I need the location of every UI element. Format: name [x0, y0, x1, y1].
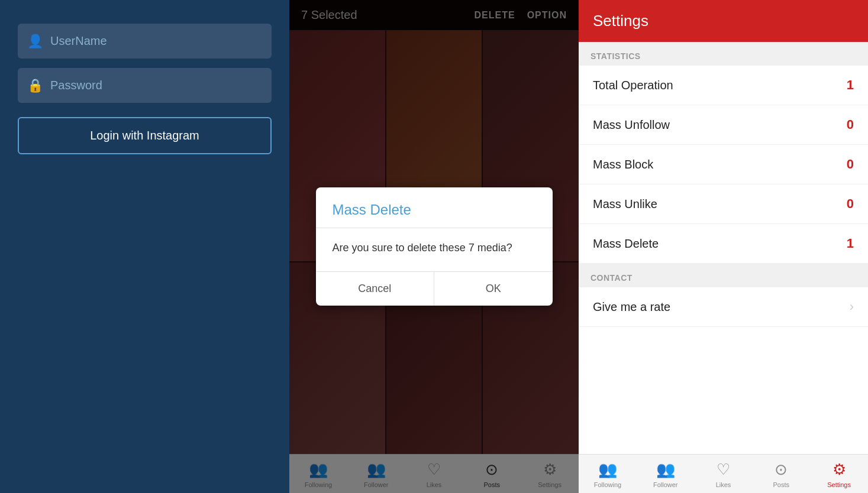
contact-section-label: CONTACT — [579, 264, 868, 287]
stat-mass-delete-label: Mass Delete — [593, 237, 659, 251]
stat-total-operation-label: Total Operation — [593, 79, 673, 92]
stat-mass-delete-value: 1 — [847, 236, 854, 251]
stat-total-operation-value: 1 — [847, 77, 854, 93]
media-panel: 7 Selected DELETE OPTION Mass Delete Are… — [289, 0, 579, 493]
cancel-button[interactable]: Cancel — [316, 272, 434, 306]
dialog-overlay: Mass Delete Are you sure to delete these… — [289, 0, 579, 493]
user-icon: 👤 — [27, 34, 43, 49]
ok-button[interactable]: OK — [434, 272, 553, 306]
settings-panel: Settings STATISTICS Total Operation 1 Ma… — [579, 0, 868, 493]
password-input[interactable] — [18, 68, 272, 103]
stat-mass-unfollow: Mass Unfollow 0 — [579, 105, 868, 145]
settings-posts-icon: ⊙ — [775, 460, 788, 479]
settings-follower-icon: 👥 — [656, 460, 675, 479]
username-wrapper: 👤 — [18, 24, 272, 59]
settings-likes-icon: ♡ — [717, 460, 730, 479]
settings-likes-label: Likes — [716, 481, 731, 488]
stat-mass-unfollow-label: Mass Unfollow — [593, 118, 670, 132]
give-rate-row[interactable]: Give me a rate › — [579, 287, 868, 327]
settings-nav-posts[interactable]: ⊙ Posts — [752, 460, 810, 488]
dialog-body: Are you sure to delete these 7 media? — [316, 228, 553, 262]
settings-header: Settings — [579, 0, 868, 42]
password-wrapper: 🔒 — [18, 68, 272, 103]
settings-nav-likes[interactable]: ♡ Likes — [695, 460, 753, 488]
lock-icon: 🔒 — [27, 78, 43, 93]
stat-mass-delete: Mass Delete 1 — [579, 224, 868, 264]
settings-settings-label: Settings — [827, 481, 851, 488]
stat-mass-unlike: Mass Unlike 0 — [579, 184, 868, 224]
settings-gear-icon: ⚙ — [832, 460, 846, 479]
login-panel: 👤 🔒 Login with Instagram — [0, 0, 289, 493]
stat-mass-unfollow-value: 0 — [847, 117, 854, 132]
settings-follower-label: Follower — [653, 481, 678, 488]
give-rate-label: Give me a rate — [593, 300, 670, 314]
settings-posts-label: Posts — [773, 481, 790, 488]
username-input[interactable] — [18, 24, 272, 59]
settings-nav-following[interactable]: 👥 Following — [579, 460, 637, 488]
settings-nav-settings[interactable]: ⚙ Settings — [810, 460, 868, 488]
dialog-actions: Cancel OK — [316, 271, 553, 306]
chevron-right-icon: › — [850, 299, 854, 314]
stat-total-operation: Total Operation 1 — [579, 66, 868, 105]
settings-bottom-nav: 👥 Following 👥 Follower ♡ Likes ⊙ Posts ⚙… — [579, 454, 868, 493]
stat-mass-unlike-value: 0 — [847, 196, 854, 212]
dialog-title: Mass Delete — [316, 187, 553, 228]
settings-title: Settings — [593, 12, 648, 30]
login-button[interactable]: Login with Instagram — [18, 117, 272, 154]
statistics-section-label: STATISTICS — [579, 42, 868, 66]
settings-nav-follower[interactable]: 👥 Follower — [637, 460, 695, 488]
stat-mass-block-label: Mass Block — [593, 158, 653, 171]
settings-content: STATISTICS Total Operation 1 Mass Unfoll… — [579, 42, 868, 454]
stat-mass-unlike-label: Mass Unlike — [593, 197, 657, 211]
mass-delete-dialog: Mass Delete Are you sure to delete these… — [316, 187, 553, 306]
stat-mass-block-value: 0 — [847, 157, 854, 172]
settings-following-icon: 👥 — [598, 460, 617, 479]
stats-list: Total Operation 1 Mass Unfollow 0 Mass B… — [579, 66, 868, 264]
stat-mass-block: Mass Block 0 — [579, 145, 868, 184]
settings-following-label: Following — [594, 481, 621, 488]
